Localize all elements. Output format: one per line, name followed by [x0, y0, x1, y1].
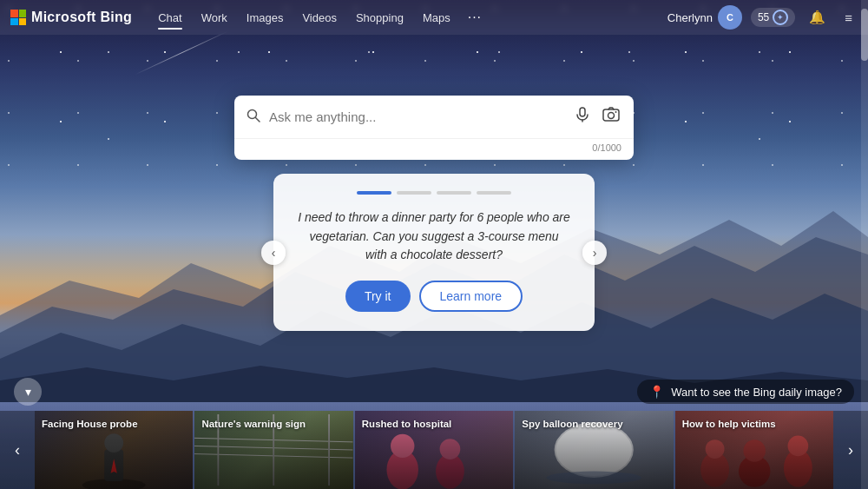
svg-point-10	[615, 111, 617, 113]
card-actions: Try it Learn more	[345, 281, 523, 312]
news-card-title-4: Spy balloon recovery	[522, 418, 666, 432]
card-dots-indicator	[357, 191, 511, 195]
learn-more-button[interactable]: Learn more	[419, 281, 523, 312]
card-dot-2[interactable]	[397, 191, 431, 195]
nav-shopping-link[interactable]: Shopping	[347, 8, 412, 28]
nav-links: Chat Work Images Videos Shopping Maps ··…	[149, 6, 667, 29]
rewards-points-button[interactable]: 55 ✦	[751, 8, 795, 27]
card-dot-4[interactable]	[477, 191, 511, 195]
bottom-controls-bar: ▾ 📍 Want to see the Bing daily image?	[0, 373, 868, 411]
points-value: 55	[758, 11, 769, 23]
nav-work-link[interactable]: Work	[193, 8, 236, 28]
user-name-label: Cherlynn	[667, 11, 713, 24]
daily-image-text: Want to see the Bing daily image?	[671, 386, 842, 399]
news-card-2[interactable]: Nature's warning sign	[194, 411, 352, 489]
news-card-3[interactable]: Rushed to hospital	[355, 411, 513, 489]
hamburger-menu-icon[interactable]: ≡	[839, 7, 858, 29]
scrollbar[interactable]	[861, 0, 868, 489]
news-card-1[interactable]: Facing House probe	[35, 411, 193, 489]
navbar: Microsoft Bing Chat Work Images Videos S…	[0, 0, 868, 35]
news-card-4[interactable]: Spy balloon recovery	[515, 411, 673, 489]
nav-chat-link[interactable]: Chat	[149, 8, 190, 28]
news-prev-button[interactable]: ‹	[0, 411, 35, 489]
camera-search-icon[interactable]	[601, 104, 621, 129]
news-row: ‹ Facing House probe	[0, 411, 868, 489]
card-dot-3[interactable]	[437, 191, 471, 195]
search-input[interactable]	[269, 109, 564, 124]
svg-line-5	[256, 117, 260, 122]
search-char-count: 0/1000	[234, 138, 634, 160]
search-input-row	[234, 96, 634, 138]
news-prev-icon: ‹	[15, 441, 20, 459]
card-prev-arrow[interactable]: ‹	[261, 241, 286, 265]
brand-logo[interactable]: Microsoft Bing	[10, 10, 132, 25]
search-box: 0/1000	[234, 96, 634, 160]
search-icon	[247, 109, 260, 126]
prompt-card: ‹ › I need to throw a dinner party for 6…	[273, 174, 595, 331]
microphone-icon[interactable]	[573, 105, 592, 129]
scroll-down-button[interactable]: ▾	[14, 378, 42, 406]
news-next-icon: ›	[848, 441, 853, 459]
user-avatar: C	[718, 5, 742, 30]
location-pin-icon: 📍	[649, 385, 664, 399]
news-card-title-3: Rushed to hospital	[362, 418, 506, 432]
news-card-5[interactable]: How to help victims	[675, 411, 833, 489]
daily-image-button[interactable]: 📍 Want to see the Bing daily image?	[637, 380, 854, 404]
nav-images-link[interactable]: Images	[238, 8, 293, 28]
nav-more-button[interactable]: ···	[461, 6, 489, 29]
user-profile-button[interactable]: Cherlynn C	[667, 5, 742, 30]
main-content: 0/1000 ‹ › I need to throw a dinner part…	[0, 35, 868, 331]
news-card-title-2: Nature's warning sign	[201, 418, 345, 432]
svg-point-9	[608, 113, 615, 119]
chevron-down-icon: ▾	[25, 385, 31, 399]
bottom-section: ▾ 📍 Want to see the Bing daily image? ‹	[0, 373, 868, 489]
news-card-title-5: How to help victims	[682, 418, 826, 432]
notification-bell-icon[interactable]: 🔔	[804, 6, 831, 29]
nav-maps-link[interactable]: Maps	[414, 8, 459, 28]
brand-name: Microsoft Bing	[31, 10, 132, 25]
scrollbar-thumb[interactable]	[861, 9, 868, 61]
card-next-arrow[interactable]: ›	[582, 241, 607, 265]
news-card-title-1: Facing House probe	[42, 418, 186, 432]
try-it-button[interactable]: Try it	[345, 281, 411, 312]
microsoft-logo-icon	[10, 10, 26, 25]
reward-icon: ✦	[773, 10, 788, 25]
nav-videos-link[interactable]: Videos	[293, 8, 345, 28]
card-dot-1[interactable]	[357, 191, 391, 195]
svg-rect-6	[580, 108, 585, 116]
nav-right-controls: Cherlynn C 55 ✦ 🔔 ≡	[667, 5, 858, 30]
news-cards-container: Facing House probe Nature's warning s	[35, 411, 833, 489]
prompt-text: I need to throw a dinner party for 6 peo…	[298, 208, 570, 265]
